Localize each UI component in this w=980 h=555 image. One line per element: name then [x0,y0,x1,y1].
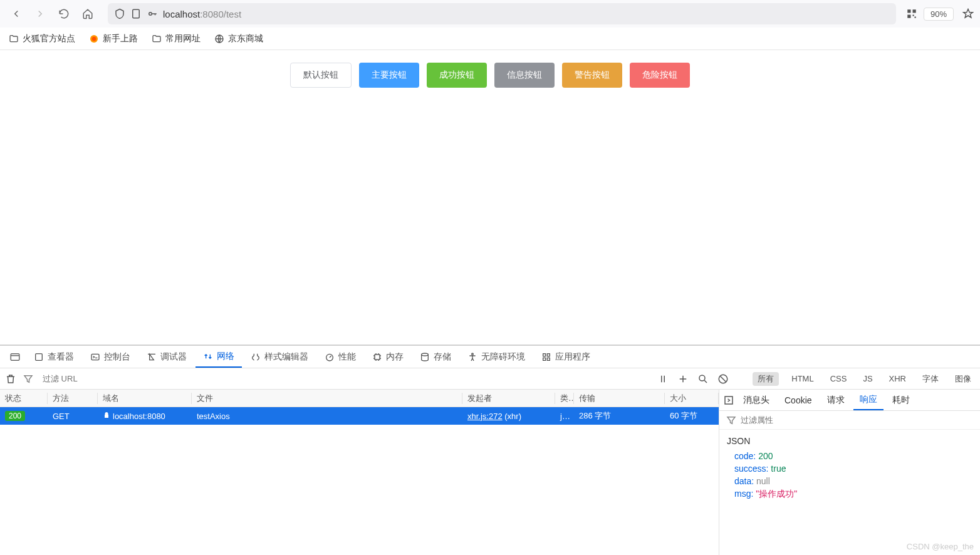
forward-button[interactable] [30,4,50,24]
col-method[interactable]: 方法 [48,393,98,404]
svg-rect-3 [912,9,915,13]
page-icon [130,8,142,19]
devtools-panel: 查看器 控制台 调试器 网络 样式编辑器 性能 内存 存储 无障碍环境 应用程序… [0,345,980,555]
danger-button[interactable]: 危险按钮 [630,63,690,88]
svg-point-15 [422,353,429,356]
reload-button[interactable] [54,4,74,24]
key-icon [147,8,158,19]
col-initiator[interactable]: 发起者 [462,393,555,404]
col-size[interactable]: 大小 [665,393,719,404]
network-table: 状态 方法 域名 文件 发起者 类… 传输 大小 200 GET localho… [0,390,719,555]
info-button[interactable]: 信息按钮 [494,63,555,88]
filter-html[interactable]: HTML [788,373,817,385]
detail-tab-response[interactable]: 响应 [853,390,884,410]
toggle-panel-icon[interactable] [723,395,734,406]
tab-storage[interactable]: 存储 [412,346,459,368]
detail-tab-timing[interactable]: 耗时 [886,390,916,410]
col-status[interactable]: 状态 [0,393,48,404]
svg-rect-0 [133,9,140,18]
col-domain[interactable]: 域名 [98,393,192,404]
bookmark-star-icon[interactable] [962,8,974,19]
url-text: localhost:8080/test [163,9,241,19]
bookmark-label: 常用网址 [165,33,201,44]
svg-rect-11 [36,353,43,360]
filter-xhr[interactable]: XHR [885,373,910,385]
devtools-dock-icon[interactable] [5,347,25,367]
json-root-label[interactable]: JSON [722,436,977,450]
firefox-icon [89,34,99,44]
plus-icon[interactable] [677,373,689,385]
home-button[interactable] [78,4,98,24]
filter-font[interactable]: 字体 [919,372,942,386]
bookmark-item[interactable]: 火狐官方站点 [9,33,75,44]
qr-icon[interactable] [906,8,917,19]
status-badge: 200 [5,411,25,421]
primary-button[interactable]: 主要按钮 [359,63,419,88]
json-view: JSON code: 200 success: true data: null … [719,430,980,507]
bookmark-label: 火狐官方站点 [23,33,75,44]
detail-tab-headers[interactable]: 消息头 [737,390,776,410]
row-file: testAxios [192,412,462,421]
page-content: 默认按钮 主要按钮 成功按钮 信息按钮 警告按钮 危险按钮 [0,50,980,100]
bookmark-item[interactable]: 常用网址 [152,33,201,44]
zoom-level[interactable]: 90% [924,8,954,21]
row-type: j… [555,412,574,421]
json-val-code: 200 [758,451,773,461]
svg-rect-4 [907,15,910,18]
tab-debugger[interactable]: 调试器 [139,346,194,368]
svg-point-1 [149,13,152,16]
svg-point-16 [472,353,474,355]
json-key-data: data: [734,476,754,486]
globe-icon [214,34,224,44]
tab-memory[interactable]: 内存 [365,346,411,368]
row-method: GET [48,412,98,421]
bookmark-bar: 火狐官方站点 新手上路 常用网址 京东商城 [0,28,980,50]
address-bar[interactable]: localhost:8080/test [108,3,896,24]
filter-icon [726,415,737,426]
svg-point-21 [699,375,705,381]
row-transfer: 286 字节 [574,410,665,422]
row-domain: localhost:8080 [98,412,192,421]
warning-button[interactable]: 警告按钮 [562,63,622,88]
folder-icon [9,34,19,44]
pause-icon[interactable] [657,373,669,385]
filter-js[interactable]: JS [859,373,876,385]
tab-inspector[interactable]: 查看器 [26,346,81,368]
shield-icon [114,8,125,19]
tab-performance[interactable]: 性能 [317,346,363,368]
filter-properties-input[interactable] [741,415,846,425]
filter-all[interactable]: 所有 [753,372,779,386]
table-row[interactable]: 200 GET localhost:8080 testAxios xhr.js:… [0,407,719,425]
row-initiator: xhr.js:272 (xhr) [462,412,555,421]
back-button[interactable] [6,4,26,24]
detail-tab-request[interactable]: 请求 [821,390,851,410]
trash-icon[interactable] [5,373,16,385]
network-filter-bar: 所有 HTML CSS JS XHR 字体 图像 [0,368,980,390]
svg-rect-14 [375,355,380,360]
svg-rect-12 [91,354,99,360]
tab-style-editor[interactable]: 样式编辑器 [243,346,316,368]
json-key-code: code: [734,451,756,461]
filter-url-input[interactable] [40,371,651,386]
json-key-success: success: [734,464,768,474]
col-transfer[interactable]: 传输 [574,393,665,404]
col-type[interactable]: 类… [555,393,574,404]
bookmark-item[interactable]: 新手上路 [89,33,138,44]
tab-accessibility[interactable]: 无障碍环境 [460,346,533,368]
tab-console[interactable]: 控制台 [83,346,138,368]
detail-tab-cookie[interactable]: Cookie [778,390,818,410]
success-button[interactable]: 成功按钮 [427,63,487,88]
tab-application[interactable]: 应用程序 [534,346,598,368]
svg-rect-6 [914,17,915,18]
block-icon[interactable] [717,373,729,385]
json-val-data: null [756,476,770,486]
tab-network[interactable]: 网络 [195,346,242,368]
response-detail-panel: 消息头 Cookie 请求 响应 耗时 JSON code: 200 succe… [719,390,980,555]
default-button[interactable]: 默认按钮 [290,63,352,88]
svg-point-8 [92,36,96,41]
col-file[interactable]: 文件 [192,393,462,404]
search-icon[interactable] [697,373,709,385]
filter-css[interactable]: CSS [826,373,851,385]
filter-image[interactable]: 图像 [951,372,975,386]
bookmark-item[interactable]: 京东商城 [214,33,263,44]
